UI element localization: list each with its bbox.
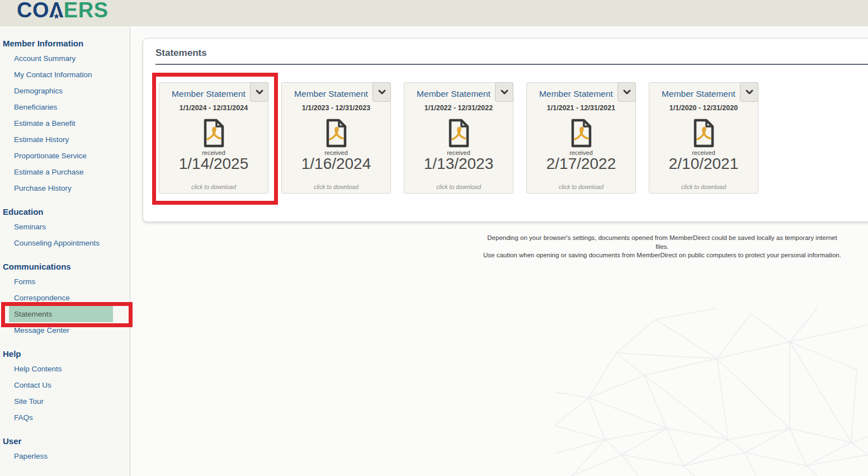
chevron-down-icon (256, 89, 263, 95)
sidebar-header-member-information: Member Information (0, 37, 130, 50)
sidebar-section-member-information: Member Information Account Summary My Co… (0, 37, 130, 196)
sidebar-item-correspondence[interactable]: Correspondence (0, 290, 130, 306)
sidebar-item-forms[interactable]: Forms (0, 274, 130, 290)
chevron-down-icon (501, 89, 508, 95)
received-date: 1/16/2024 (301, 155, 371, 173)
statements-page: { "header": { "logo_part1": "CO", "logo_… (0, 0, 868, 476)
statements-panel: Statements Member Statement 1/1/2024 - 1… (143, 38, 868, 222)
sidebar-item-estimate-history[interactable]: Estimate History (0, 131, 130, 148)
logo-letter-a: Λ★ (49, 0, 64, 22)
card-menu-button[interactable] (495, 82, 513, 102)
received-date: 1/13/2023 (424, 155, 494, 173)
chevron-down-icon (378, 89, 386, 95)
disclaimer-line-1: Depending on your browser's settings, do… (480, 234, 845, 251)
sidebar-item-proportionate-service[interactable]: Proportionate Service (0, 148, 130, 164)
statement-period: 1/1/2024 - 12/31/2024 (180, 104, 248, 112)
click-to-download-label: click to download (527, 183, 635, 190)
statement-period: 1/1/2022 - 12/31/2022 (424, 104, 493, 112)
statement-cards-row: Member Statement 1/1/2024 - 12/31/2024 r… (159, 82, 758, 194)
sidebar-item-estimate-a-benefit[interactable]: Estimate a Benefit (0, 115, 130, 131)
received-date: 2/17/2022 (546, 155, 616, 173)
statement-card-2023[interactable]: Member Statement 1/1/2023 - 12/31/2023 r… (281, 82, 391, 194)
title-divider (155, 64, 868, 65)
download-disclaimer: Depending on your browser's settings, do… (480, 234, 845, 260)
sidebar-header-user: User (0, 435, 130, 448)
statement-card-title: Member Statement (417, 89, 501, 99)
sidebar-item-estimate-a-purchase[interactable]: Estimate a Purchase (0, 164, 130, 180)
statement-period: 1/1/2020 - 12/31/2020 (669, 104, 738, 112)
statement-card-2020[interactable]: Member Statement 1/1/2020 - 12/31/2020 r… (649, 82, 758, 194)
sidebar-section-help: Help Help Contents Contact Us Site Tour … (0, 347, 130, 426)
chevron-down-icon (746, 89, 753, 95)
sidebar-item-site-tour[interactable]: Site Tour (0, 393, 130, 409)
click-to-download-label: click to download (404, 183, 513, 190)
pdf-file-icon (568, 119, 594, 148)
click-to-download-label: click to download (649, 183, 758, 190)
sidebar-item-paperless[interactable]: Paperless (0, 448, 130, 464)
click-to-download-label: click to download (159, 183, 268, 190)
logo-text-ers: ERS (64, 0, 108, 22)
statement-card-title: Member Statement (662, 89, 746, 99)
chevron-down-icon (623, 89, 631, 95)
received-date: 1/14/2025 (179, 155, 249, 173)
sidebar-item-message-center[interactable]: Message Center (0, 322, 130, 338)
sidebar-item-counseling-appointments[interactable]: Counseling Appointments (0, 235, 130, 251)
sidebar-item-beneficiaries[interactable]: Beneficiaries (0, 99, 130, 115)
card-menu-button[interactable] (250, 82, 268, 102)
statement-period: 1/1/2023 - 12/31/2023 (302, 104, 370, 112)
sidebar-item-demographics[interactable]: Demographics (0, 83, 130, 99)
card-menu-button[interactable] (372, 82, 391, 102)
sidebar-section-education: Education Seminars Counseling Appointmen… (0, 205, 130, 251)
card-menu-button[interactable] (617, 82, 636, 102)
click-to-download-label: click to download (282, 183, 390, 190)
sidebar-item-contact-us[interactable]: Contact Us (0, 377, 130, 393)
sidebar-header-communications: Communications (0, 260, 130, 274)
sidebar-navigation: Member Information Account Summary My Co… (0, 26, 130, 476)
sidebar-item-my-contact-information[interactable]: My Contact Information (0, 67, 130, 83)
card-menu-button[interactable] (740, 82, 758, 102)
statement-card-title: Member Statement (539, 89, 623, 99)
statement-card-2021[interactable]: Member Statement 1/1/2021 - 12/31/2021 r… (526, 82, 636, 194)
sidebar-item-seminars[interactable]: Seminars (0, 219, 130, 235)
pdf-file-icon (446, 119, 471, 148)
top-header-bar: COΛ★ERS (0, 0, 868, 26)
pdf-file-icon (323, 119, 349, 148)
pdf-file-icon (691, 119, 716, 148)
background-mesh-pattern (555, 308, 868, 476)
sidebar-item-account-summary[interactable]: Account Summary (0, 50, 130, 67)
statement-card-2022[interactable]: Member Statement 1/1/2022 - 12/31/2022 r… (404, 82, 513, 194)
sidebar-item-statements[interactable]: Statements (9, 306, 113, 322)
statement-card-2024[interactable]: Member Statement 1/1/2024 - 12/31/2024 r… (159, 82, 268, 194)
disclaimer-line-2: Use caution when opening or saving docum… (480, 251, 845, 260)
pdf-file-icon (201, 119, 227, 148)
sidebar-item-purchase-history[interactable]: Purchase History (0, 180, 130, 196)
sidebar-header-education: Education (0, 205, 130, 219)
received-date: 2/10/2021 (669, 155, 739, 173)
statement-card-title: Member Statement (294, 89, 378, 99)
sidebar-header-help: Help (0, 347, 130, 361)
logo-text-co: CO (17, 0, 49, 22)
sidebar-section-communications: Communications Forms Correspondence Stat… (0, 260, 130, 338)
statement-card-title: Member Statement (172, 89, 256, 99)
coaers-logo: COΛ★ERS (17, 0, 108, 22)
page-title: Statements (155, 48, 868, 59)
sidebar-item-help-contents[interactable]: Help Contents (0, 361, 130, 377)
sidebar-item-faqs[interactable]: FAQs (0, 409, 130, 426)
logo-star-icon: ★ (54, 12, 60, 20)
sidebar-section-user: User Paperless (0, 435, 130, 464)
statement-period: 1/1/2021 - 12/31/2021 (547, 104, 615, 112)
